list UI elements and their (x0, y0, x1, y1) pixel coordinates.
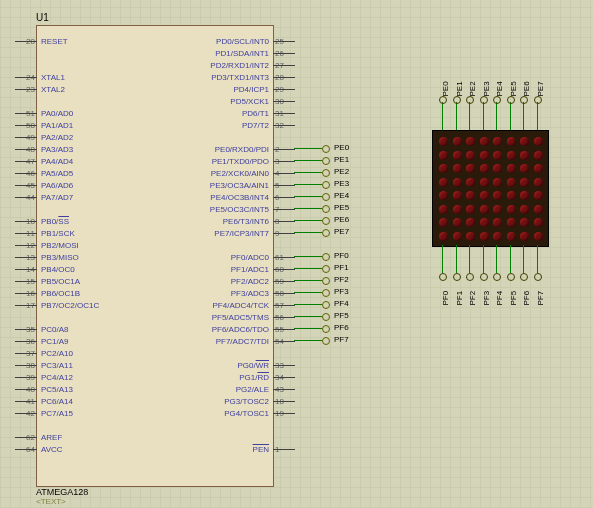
terminal (322, 337, 330, 345)
pin-label: PD6/T1 (242, 108, 269, 120)
pin-row-right: PE3/OC3A/AIN15 (37, 180, 273, 192)
led-dot (439, 191, 448, 200)
pin-wire (273, 41, 295, 42)
pin-wire (15, 137, 37, 138)
led-dot (534, 205, 543, 214)
led-dot (493, 137, 502, 146)
pin-label: PF3/ADC3 (231, 288, 269, 300)
matrix-pin-wire (442, 245, 443, 273)
pin-wire (273, 365, 295, 366)
pin-label: PE7/ICP3/INT7 (214, 228, 269, 240)
pin-label: PD5/XCK1 (230, 96, 269, 108)
pin-wire (15, 341, 37, 342)
pin-row-right: PE6/T3/INT68 (37, 216, 273, 228)
pin-number: 28 (275, 72, 289, 84)
matrix-pin-wire (456, 102, 457, 130)
pin-label: PE0/RXD0/PDI (215, 144, 269, 156)
pin-number: 48 (21, 144, 35, 156)
net-label: PE4 (334, 191, 349, 200)
pin-label: PG2/ALE (236, 384, 269, 396)
net-wire (294, 316, 322, 317)
pin-number: 41 (21, 396, 35, 408)
pin-label: PE2/XCK0/AIN0 (211, 168, 269, 180)
led-dot (520, 218, 529, 227)
pin-number: 27 (275, 60, 289, 72)
pin-number: 16 (21, 288, 35, 300)
pin-label: PE4/OC3B/INT4 (210, 192, 269, 204)
pin-wire (273, 257, 295, 258)
pin-number: 25 (275, 36, 289, 48)
net-label: PE2 (334, 167, 349, 176)
led-dot (507, 178, 516, 187)
pin-row-right: PF6/ADC6/TDO55 (37, 324, 273, 336)
terminal (322, 277, 330, 285)
pin-wire (15, 77, 37, 78)
terminal (322, 313, 330, 321)
pin-number: 14 (21, 264, 35, 276)
net-label: PF4 (334, 299, 349, 308)
led-dot (453, 205, 462, 214)
pin-wire (273, 77, 295, 78)
pin-row-left: PA2/AD249 (37, 132, 273, 144)
led-dot (534, 137, 543, 146)
pin-label: PF0/ADC0 (231, 252, 269, 264)
pin-number: 23 (21, 84, 35, 96)
pin-number: 31 (275, 108, 289, 120)
pin-number: 18 (275, 396, 289, 408)
pin-number: 39 (21, 372, 35, 384)
led-dot (520, 151, 529, 160)
pin-row-right: PD6/T131 (37, 108, 273, 120)
pin-label: PF4/ADC4/TCK (213, 300, 269, 312)
net-wire (294, 292, 322, 293)
terminal (322, 229, 330, 237)
pin-row-right: PF0/ADC061 (37, 252, 273, 264)
matrix-terminal (466, 273, 474, 281)
pin-number: 35 (21, 324, 35, 336)
led-dot (439, 164, 448, 173)
pin-number: 43 (275, 384, 289, 396)
pin-wire (15, 185, 37, 186)
led-dot (453, 164, 462, 173)
matrix-terminal (439, 273, 447, 281)
matrix-terminal (520, 273, 528, 281)
pin-wire (15, 197, 37, 198)
led-dot (466, 232, 475, 241)
pin-row-right: PF4/ADC4/TCK57 (37, 300, 273, 312)
led-matrix (432, 130, 549, 247)
led-dot (520, 191, 529, 200)
led-dot (534, 178, 543, 187)
pin-wire (273, 149, 295, 150)
pin-label: PG1/RD (239, 372, 269, 384)
pin-wire (273, 89, 295, 90)
pin-wire (15, 245, 37, 246)
pin-wire (15, 149, 37, 150)
led-dot (480, 178, 489, 187)
pin-wire (15, 305, 37, 306)
net-label: PF2 (334, 275, 349, 284)
pin-label: PE6/T3/INT6 (223, 216, 269, 228)
pin-number: 64 (21, 444, 35, 456)
matrix-pin-label-bottom: PF3 (481, 291, 490, 306)
matrix-terminal (439, 96, 447, 104)
led-dot (466, 191, 475, 200)
pin-row-right: PG1/RD34 (37, 372, 273, 384)
led-dot (439, 218, 448, 227)
led-dot (493, 205, 502, 214)
pin-wire (273, 221, 295, 222)
chip-ref: U1 (36, 12, 49, 23)
pin-row-right: PF1/ADC160 (37, 264, 273, 276)
net-wire (294, 196, 322, 197)
pin-wire (273, 53, 295, 54)
pin-wire (273, 125, 295, 126)
led-dot (493, 232, 502, 241)
pin-number: 47 (21, 156, 35, 168)
net-label: PE1 (334, 155, 349, 164)
terminal (322, 169, 330, 177)
led-dot (453, 218, 462, 227)
pin-wire (15, 161, 37, 162)
led-dot (480, 191, 489, 200)
led-dot (466, 151, 475, 160)
pin-wire (273, 65, 295, 66)
matrix-pin-label-bottom: PF0 (441, 291, 450, 306)
pin-label: PEN (253, 444, 269, 456)
